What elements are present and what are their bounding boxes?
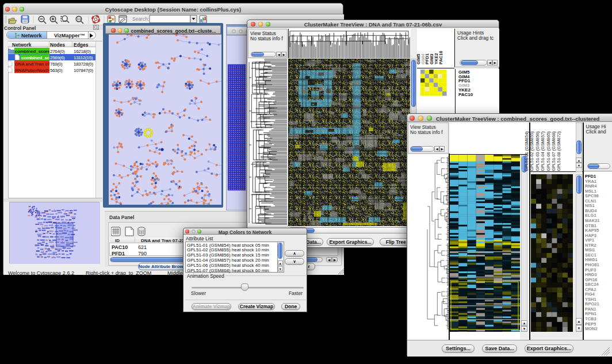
svg-text:16218(0): 16218(0) xyxy=(74,49,91,54)
svg-text:RNAPuberNov2+!: RNAPuberNov2+! xyxy=(15,68,52,73)
svg-text:2764(0): 2764(0) xyxy=(50,49,65,54)
svg-text:107847(0): 107847(0) xyxy=(74,68,93,73)
svg-text:Search:: Search: xyxy=(132,16,149,22)
svg-text:183728(0): 183728(0) xyxy=(74,62,93,67)
svg-text:1:1: 1:1 xyxy=(77,18,81,21)
svg-text:2569(6): 2569(6) xyxy=(50,55,65,60)
svg-text:13112(15): 13112(15) xyxy=(74,55,93,60)
svg-text:563(0): 563(0) xyxy=(50,68,63,73)
svg-text:DNA and Tran 07: DNA and Tran 07 xyxy=(15,62,50,67)
svg-text:combined_scores_: combined_scores_ xyxy=(15,49,55,54)
svg-text:combined_sco: combined_sco xyxy=(21,55,52,60)
svg-text:769(0): 769(0) xyxy=(50,62,63,67)
